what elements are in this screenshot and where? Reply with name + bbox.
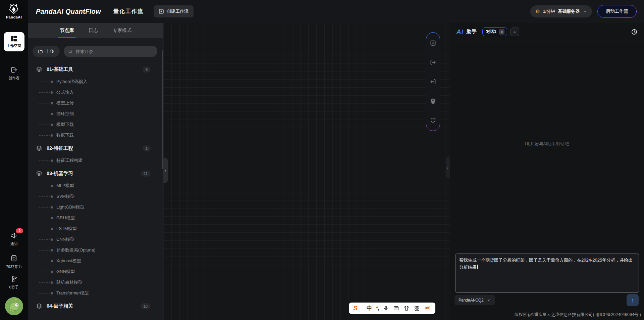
tree-connector bbox=[39, 186, 50, 186]
ime-language-mode[interactable]: 中 bbox=[367, 305, 372, 312]
save-icon[interactable] bbox=[430, 40, 436, 46]
node-label: CNN模型 bbox=[56, 236, 74, 242]
node-bullet-icon bbox=[51, 271, 53, 273]
apps-grid-icon[interactable] bbox=[414, 305, 420, 311]
node-label: 超参数搜索(Optuna) bbox=[56, 247, 95, 253]
category-count-badge: 6 bbox=[143, 66, 151, 73]
new-chat-button[interactable]: + bbox=[511, 28, 519, 36]
server-selector[interactable]: 1/分钟 基础服务器 bbox=[530, 5, 592, 17]
plus-square-icon bbox=[159, 9, 164, 14]
left-rail: PandaAI 工作空间 创作者 2 通知 7937算力 0竹 bbox=[0, 0, 28, 320]
tree-node-item[interactable]: GRU模型 bbox=[39, 213, 160, 223]
node-label: Xgboost模型 bbox=[56, 258, 81, 264]
layers-icon bbox=[36, 66, 42, 73]
tree-node-item[interactable]: 公式输入 bbox=[39, 87, 160, 98]
collapse-right-panel-handle[interactable]: › bbox=[446, 156, 450, 178]
create-workflow-button[interactable]: 创建工作流 bbox=[154, 5, 194, 17]
history-clock-icon[interactable] bbox=[631, 29, 638, 35]
tree-category[interactable]: 03-机器学习11 bbox=[36, 167, 160, 180]
chat-tab-dialog1[interactable]: 对话1 × bbox=[482, 27, 507, 36]
tree-node-item[interactable]: 模型上传 bbox=[39, 98, 160, 108]
sidebar-item-bamboo[interactable]: 0竹子 bbox=[9, 275, 18, 290]
tree-node-item[interactable]: SVM模型 bbox=[39, 191, 160, 202]
sidebar-item-workspace[interactable]: 工作空间 bbox=[4, 32, 24, 51]
upload-label: 上传 bbox=[46, 48, 54, 54]
sidebar-item-creator[interactable]: 创作者 bbox=[8, 66, 19, 81]
skin-shirt-icon[interactable] bbox=[404, 305, 410, 311]
tree-connector bbox=[39, 135, 50, 136]
export-icon[interactable] bbox=[430, 59, 436, 66]
user-avatar[interactable] bbox=[5, 297, 23, 315]
search-box[interactable] bbox=[64, 46, 157, 57]
tree-node-item[interactable]: 超参数搜索(Optuna) bbox=[39, 245, 160, 256]
node-label: GRU模型 bbox=[56, 215, 75, 221]
search-input[interactable] bbox=[76, 49, 153, 54]
ime-punctuation-icon[interactable]: º, bbox=[376, 306, 379, 311]
tab-node-library[interactable]: 节点库 bbox=[60, 23, 74, 38]
sidebar-item-compute[interactable]: 7937算力 bbox=[6, 255, 21, 269]
assistant-title: 助手 bbox=[467, 29, 477, 35]
chevron-right-icon: › bbox=[447, 165, 448, 170]
tree-node-item[interactable]: 模型下载 bbox=[39, 119, 160, 130]
send-button[interactable]: ↑ bbox=[627, 294, 639, 306]
chat-input[interactable]: 帮我生成一个期货因子分析的框架，因子是关于量价方面的，在2024-2025年分析… bbox=[455, 254, 639, 293]
microphone-icon[interactable] bbox=[383, 306, 389, 311]
tree-category[interactable]: 04-因子相关10 bbox=[36, 300, 160, 312]
chat-tab-label: 对话1 bbox=[486, 29, 496, 35]
tree-node-item[interactable]: CNN模型 bbox=[39, 234, 160, 245]
panel-scrollbar[interactable] bbox=[162, 50, 163, 169]
sidebar-item-notifications[interactable]: 2 通知 bbox=[10, 232, 18, 246]
top-header: PandaAI QuantFlow 量化工作流 创建工作流 1/分钟 基础服务器… bbox=[28, 0, 644, 23]
node-library-panel: 节点库 日志 专家模式 上传 01-基础工具6Python代码输入公式输入模型上… bbox=[28, 23, 163, 320]
tree-node-item[interactable]: 数据下载 bbox=[39, 130, 160, 141]
node-bullet-icon bbox=[51, 238, 53, 241]
title-divider bbox=[107, 8, 107, 15]
tree-node-item[interactable]: 特征工程构建 bbox=[39, 155, 160, 166]
ime-brand-icon[interactable]: S bbox=[353, 305, 358, 312]
trash-icon[interactable] bbox=[430, 98, 436, 104]
tree-node-item[interactable]: 随机森林模型 bbox=[39, 277, 160, 288]
collapse-left-panel-handle[interactable]: ‹ bbox=[163, 158, 168, 183]
tree-category[interactable]: 01-基础工具6 bbox=[36, 63, 160, 76]
tree-node-item[interactable]: Xgboost模型 bbox=[39, 256, 160, 266]
tab-logs[interactable]: 日志 bbox=[89, 23, 98, 38]
category-label: 03-机器学习 bbox=[47, 170, 137, 177]
model-name: PandaAI-CQ2 bbox=[459, 298, 484, 303]
compute-label: 7937算力 bbox=[6, 264, 21, 269]
chevron-down-icon bbox=[487, 298, 491, 302]
model-selector[interactable]: PandaAI-CQ2 bbox=[454, 295, 495, 305]
start-workflow-button[interactable]: 启动工作流 bbox=[597, 5, 637, 18]
tab-expert-mode[interactable]: 专家模式 bbox=[113, 23, 131, 38]
database-icon bbox=[10, 255, 18, 262]
tree-node-item[interactable]: MLP模型 bbox=[39, 180, 160, 191]
import-icon[interactable] bbox=[430, 78, 436, 85]
close-icon[interactable]: × bbox=[499, 29, 504, 35]
tree-node-item[interactable]: Transformer模型 bbox=[39, 288, 160, 299]
upload-button[interactable]: 上传 bbox=[33, 46, 60, 57]
keyboard-icon[interactable] bbox=[393, 305, 399, 311]
tree-category[interactable]: 02-特征工程1 bbox=[36, 142, 160, 154]
tree-node-item[interactable]: 循环控制 bbox=[39, 108, 160, 119]
workflow-canvas[interactable]: ‹ › S 中 º, bbox=[163, 23, 450, 320]
tree-connector bbox=[39, 261, 50, 261]
avatar-dino-image bbox=[5, 297, 23, 315]
tree-node-item[interactable]: LSTM模型 bbox=[39, 223, 160, 234]
refresh-icon[interactable] bbox=[430, 117, 436, 124]
arrow-up-icon: ↑ bbox=[631, 297, 634, 304]
node-label: GNN模型 bbox=[56, 269, 75, 275]
node-bullet-icon bbox=[51, 81, 53, 83]
tree-connector bbox=[39, 196, 50, 197]
tree-node-item[interactable]: LightGBM模型 bbox=[39, 202, 160, 213]
tree-connector bbox=[39, 229, 50, 229]
ime-assistant-face-icon[interactable] bbox=[424, 305, 431, 312]
server-rate: 1/分钟 bbox=[543, 8, 555, 14]
tree-node-item[interactable]: GNN模型 bbox=[39, 266, 160, 277]
tree-connector bbox=[39, 282, 50, 283]
tree-node-item[interactable]: Python代码输入 bbox=[39, 76, 160, 87]
create-workflow-label: 创建工作流 bbox=[167, 8, 189, 14]
node-bullet-icon bbox=[51, 217, 53, 219]
ai-logo: AI bbox=[456, 28, 463, 36]
header-right: 1/分钟 基础服务器 启动工作流 bbox=[530, 5, 637, 18]
node-label: 公式输入 bbox=[56, 89, 74, 95]
chat-empty-hint: Hi,开始与AI助手对话吧 bbox=[450, 141, 644, 147]
